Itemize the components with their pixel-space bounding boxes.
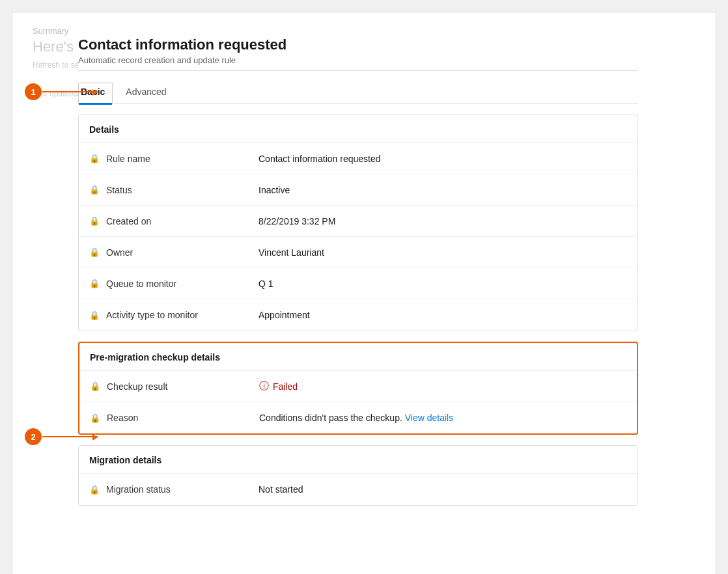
value-owner: Vincent Lauriant <box>259 247 627 258</box>
view-details-link[interactable]: View details <box>405 413 453 423</box>
failed-circle-icon: ⓘ <box>259 380 269 392</box>
value-migration-status: Not started <box>259 484 627 495</box>
label-checkup-result: Checkup result <box>107 381 167 392</box>
field-row-migration-status: 🔒 Migration status Not started <box>79 474 637 505</box>
label-activity-type: Activity type to monitor <box>106 310 198 320</box>
lock-icon-rule-name: 🔒 <box>89 154 100 163</box>
value-checkup-result: ⓘ Failed <box>259 380 626 392</box>
field-row-activity-type: 🔒 Activity type to monitor Appointment <box>79 299 637 331</box>
details-section-header: Details <box>79 115 637 143</box>
label-reason: Reason <box>107 413 138 423</box>
field-row-checkup-result: 🔒 Checkup result ⓘ Failed <box>79 371 637 402</box>
field-row-created-on: 🔒 Created on 8/22/2019 3:32 PM <box>79 206 637 237</box>
lock-icon-owner: 🔒 <box>89 247 100 257</box>
value-reason: Conditions didn't pass the checkup. View… <box>259 413 626 423</box>
page-header: Contact information requested Automatic … <box>78 26 638 71</box>
field-row-status: 🔒 Status Inactive <box>79 174 637 206</box>
pre-migration-section: Pre-migration checkup details 🔒 Checkup … <box>78 342 638 435</box>
tab-advanced[interactable]: Advanced <box>123 83 174 103</box>
value-rule-name: Contact information requested <box>259 154 627 164</box>
main-panel: Contact information requested Automatic … <box>78 26 638 506</box>
migration-section-header: Migration details <box>79 446 637 474</box>
pre-migration-section-header: Pre-migration checkup details <box>79 343 637 371</box>
lock-icon-queue: 🔒 <box>89 279 100 288</box>
lock-icon-checkup-result: 🔒 <box>90 381 100 391</box>
lock-icon-reason: 🔒 <box>90 413 100 423</box>
value-status: Inactive <box>259 185 627 195</box>
label-rule-name: Rule name <box>106 154 150 164</box>
lock-icon-migration-status: 🔒 <box>89 485 100 495</box>
label-created-on: Created on <box>106 216 151 226</box>
reason-text: Conditions didn't pass the checkup. <box>259 413 402 423</box>
label-owner: Owner <box>106 247 133 258</box>
field-row-reason: 🔒 Reason Conditions didn't pass the chec… <box>79 402 637 433</box>
tabs-row: Basic Advanced <box>78 77 638 104</box>
migration-section: Migration details 🔒 Migration status Not… <box>78 445 638 506</box>
page-subtitle: Automatic record creation and update rul… <box>78 55 638 65</box>
lock-icon-status: 🔒 <box>89 185 100 195</box>
callout-badge-1: 1 <box>25 83 42 100</box>
value-activity-type: Appointment <box>259 310 627 320</box>
details-section: Details 🔒 Rule name Contact information … <box>78 115 638 331</box>
callout-arrow-1 <box>42 91 98 92</box>
callout-badge-2: 2 <box>25 428 42 445</box>
label-migration-status: Migration status <box>106 484 171 495</box>
label-queue: Queue to monitor <box>106 279 176 289</box>
field-row-owner: 🔒 Owner Vincent Lauriant <box>79 237 637 268</box>
value-queue: Q 1 <box>259 279 627 289</box>
label-status: Status <box>106 185 132 195</box>
failed-text: Failed <box>273 381 298 392</box>
page-title: Contact information requested <box>78 36 638 53</box>
field-row-rule-name: 🔒 Rule name Contact information requeste… <box>79 143 637 174</box>
value-created-on: 8/22/2019 3:32 PM <box>259 216 627 226</box>
lock-icon-activity-type: 🔒 <box>89 310 100 320</box>
field-row-queue: 🔒 Queue to monitor Q 1 <box>79 268 637 299</box>
lock-icon-created-on: 🔒 <box>89 216 100 226</box>
callout-arrow-2 <box>42 436 98 437</box>
